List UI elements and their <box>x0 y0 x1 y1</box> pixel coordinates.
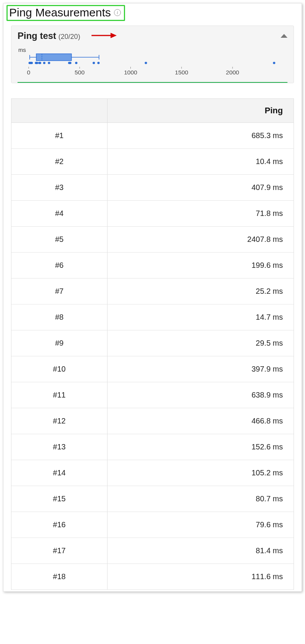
table-row: #18111.6 ms <box>11 564 294 590</box>
boxplot-chart: 0500100015002000 <box>18 53 287 77</box>
row-ping-value: 14.7 ms <box>108 304 294 330</box>
ping-table: Ping #1685.3 ms#210.4 ms#3407.9 ms#471.8… <box>11 99 294 590</box>
title-highlight: Ping Measurements i <box>6 5 125 21</box>
table-row: #814.7 ms <box>11 304 294 330</box>
row-ping-value: 81.4 ms <box>108 538 294 564</box>
table-row: #14105.2 ms <box>11 460 294 486</box>
row-ping-value: 638.9 ms <box>108 382 294 408</box>
svg-text:0: 0 <box>27 69 30 76</box>
table-header-row: Ping <box>11 99 294 123</box>
svg-point-26 <box>273 62 275 64</box>
row-index: #4 <box>11 201 108 227</box>
table-row: #471.8 ms <box>11 201 294 227</box>
table-row: #1679.6 ms <box>11 512 294 538</box>
svg-point-15 <box>36 62 38 64</box>
ping-summary-card: Ping test (20/20) ms 0500100015002000 <box>11 26 294 83</box>
summary-count: (20/20) <box>58 33 80 41</box>
table-row: #12466.8 ms <box>11 408 294 434</box>
summary-title: Ping test (20/20) <box>18 31 117 41</box>
row-ping-value: 199.6 ms <box>108 253 294 279</box>
svg-point-17 <box>39 62 41 64</box>
svg-text:2000: 2000 <box>226 69 239 76</box>
row-ping-value: 10.4 ms <box>108 149 294 175</box>
svg-point-18 <box>43 62 45 64</box>
row-index: #10 <box>11 356 108 382</box>
page-title: Ping Measurements <box>9 6 111 19</box>
row-ping-value: 29.5 ms <box>108 330 294 356</box>
row-index: #1 <box>11 123 108 149</box>
svg-text:1000: 1000 <box>124 69 137 76</box>
row-ping-value: 111.6 ms <box>108 564 294 590</box>
row-ping-value: 80.7 ms <box>108 486 294 512</box>
table-row: #6199.6 ms <box>11 253 294 279</box>
row-index: #12 <box>11 408 108 434</box>
table-row: #52407.8 ms <box>11 227 294 253</box>
row-index: #6 <box>11 253 108 279</box>
annotation-arrow-icon <box>90 31 117 41</box>
row-index: #7 <box>11 279 108 304</box>
row-index: #14 <box>11 460 108 486</box>
svg-text:1500: 1500 <box>175 69 188 76</box>
svg-marker-1 <box>111 33 117 38</box>
svg-point-23 <box>93 62 95 64</box>
axis-unit-label: ms <box>18 47 287 53</box>
row-index: #17 <box>11 538 108 564</box>
svg-rect-6 <box>36 54 71 61</box>
title-row: Ping Measurements i <box>3 3 302 23</box>
table-header-ping: Ping <box>108 99 294 123</box>
table-row: #929.5 ms <box>11 330 294 356</box>
row-index: #3 <box>11 175 108 201</box>
svg-point-22 <box>75 62 77 64</box>
row-ping-value: 105.2 ms <box>108 460 294 486</box>
row-ping-value: 397.9 ms <box>108 356 294 382</box>
row-index: #11 <box>11 382 108 408</box>
row-ping-value: 152.6 ms <box>108 434 294 460</box>
row-ping-value: 407.9 ms <box>108 175 294 201</box>
summary-header[interactable]: Ping test (20/20) <box>18 31 287 41</box>
boxplot-area: ms 0500100015002000 <box>18 47 287 80</box>
row-index: #2 <box>11 149 108 175</box>
svg-point-19 <box>48 62 50 64</box>
info-icon[interactable]: i <box>114 9 121 16</box>
svg-point-24 <box>97 62 100 64</box>
collapse-icon[interactable] <box>281 34 287 38</box>
summary-title-text: Ping test <box>18 31 56 41</box>
row-index: #18 <box>11 564 108 590</box>
row-ping-value: 71.8 ms <box>108 201 294 227</box>
table-row: #210.4 ms <box>11 149 294 175</box>
table-row: #725.2 ms <box>11 279 294 304</box>
row-ping-value: 25.2 ms <box>108 279 294 304</box>
svg-point-11 <box>30 62 33 64</box>
row-ping-value: 466.8 ms <box>108 408 294 434</box>
row-index: #8 <box>11 304 108 330</box>
row-index: #9 <box>11 330 108 356</box>
table-row: #1685.3 ms <box>11 123 294 149</box>
svg-point-21 <box>69 62 71 64</box>
row-ping-value: 2407.8 ms <box>108 227 294 253</box>
status-divider <box>18 82 287 83</box>
row-ping-value: 79.6 ms <box>108 512 294 538</box>
row-index: #5 <box>11 227 108 253</box>
ping-table-wrap: Ping #1685.3 ms#210.4 ms#3407.9 ms#471.8… <box>11 98 294 590</box>
table-row: #1580.7 ms <box>11 486 294 512</box>
row-index: #15 <box>11 486 108 512</box>
row-index: #16 <box>11 512 108 538</box>
table-row: #11638.9 ms <box>11 382 294 408</box>
table-row: #13152.6 ms <box>11 434 294 460</box>
table-row: #1781.4 ms <box>11 538 294 564</box>
ping-measurements-panel: Ping Measurements i Ping test (20/20) ms… <box>3 3 302 592</box>
svg-text:500: 500 <box>75 69 85 76</box>
svg-point-25 <box>145 62 147 64</box>
table-header-blank <box>11 99 108 123</box>
table-row: #3407.9 ms <box>11 175 294 201</box>
row-index: #13 <box>11 434 108 460</box>
table-row: #10397.9 ms <box>11 356 294 382</box>
row-ping-value: 685.3 ms <box>108 123 294 149</box>
